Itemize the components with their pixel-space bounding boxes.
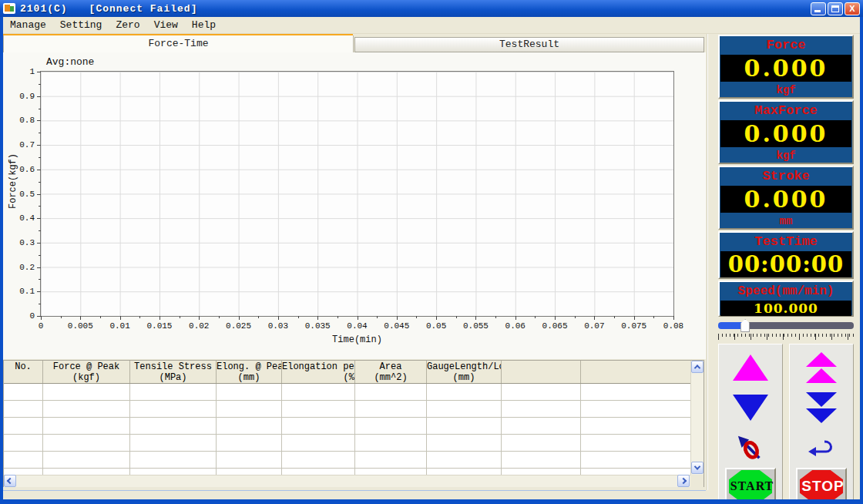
return-button[interactable] (794, 434, 849, 462)
x-minor-tick (495, 316, 496, 318)
table-row[interactable] (4, 384, 690, 401)
scrollbar-corner (690, 475, 703, 487)
results-table: No.Force @ Peak(kgf)Tensile Stress(MPa)E… (3, 360, 704, 487)
menu-manage[interactable]: Manage (3, 18, 53, 32)
menu-setting[interactable]: Setting (53, 18, 109, 32)
slider-tick-ruler (718, 334, 854, 341)
stroke-unit: mm (720, 213, 852, 230)
column-header: Elong. @ Peak(mm) (217, 361, 282, 383)
x-tick-label: 0.01 (109, 321, 129, 331)
column-header: GaugeLength/Loa(mm) (427, 361, 502, 383)
table-row[interactable] (4, 469, 690, 475)
maximize-button[interactable] (828, 2, 843, 15)
x-minor-tick (139, 316, 140, 318)
table-cell (217, 452, 282, 468)
x-tick-label: 0.03 (268, 321, 288, 331)
table-cell (4, 401, 43, 417)
scroll-right-button[interactable] (677, 475, 690, 487)
maxforce-value: 0.000 (720, 120, 851, 147)
speed-slider-track[interactable] (718, 322, 854, 329)
horizontal-scrollbar[interactable] (4, 475, 690, 487)
x-tick (515, 316, 516, 320)
speed-slider-thumb[interactable] (740, 319, 750, 332)
menu-zero[interactable]: Zero (109, 18, 146, 32)
table-cell (4, 435, 43, 451)
chevron-up-icon (694, 365, 700, 371)
x-axis-title: Time(min) (40, 334, 674, 345)
y-tick-label: 0.7 (19, 140, 35, 150)
status-strip (3, 490, 706, 499)
window-border-right (860, 17, 863, 504)
double-down-triangle-icon (806, 392, 837, 407)
y-tick (37, 291, 41, 292)
table-row[interactable] (4, 452, 690, 469)
x-tick-label: 0.07 (584, 321, 604, 331)
jog-up-button[interactable] (723, 349, 778, 386)
force-label: Force (720, 36, 852, 55)
scroll-down-button[interactable] (691, 462, 703, 474)
speed-label: Speed(mm/min) (720, 282, 852, 301)
table-cell (282, 435, 355, 451)
tab-force-time[interactable]: Force-Time (3, 35, 354, 52)
fast-down-button[interactable] (794, 389, 849, 426)
table-row[interactable] (4, 435, 690, 452)
scroll-left-button[interactable] (4, 475, 16, 487)
titlebar[interactable]: 2101(C) [Connect Failed] X (0, 0, 863, 17)
table-cell (43, 418, 130, 434)
y-tick-label: 1 (29, 67, 35, 76)
x-tick (436, 316, 437, 320)
table-cell (217, 469, 282, 475)
column-header: Tensile Stress(MPa) (130, 361, 217, 383)
stop-button-label: STOP (794, 469, 851, 499)
table-cell (282, 452, 355, 468)
minimize-button[interactable] (811, 2, 826, 15)
stop-button[interactable]: STOP (796, 468, 847, 499)
y-minor-tick (39, 84, 41, 85)
table-cell (502, 401, 581, 417)
speed-slider[interactable] (718, 319, 854, 332)
maxforce-unit: kgf (720, 147, 852, 165)
x-tick-label: 0.04 (347, 321, 367, 331)
x-minor-tick (614, 316, 615, 318)
y-tick (37, 194, 41, 195)
window-border-left (0, 17, 3, 504)
table-cell (502, 452, 581, 468)
minimize-icon (814, 10, 821, 12)
menu-view[interactable]: View (147, 18, 185, 32)
y-tick (37, 243, 41, 244)
speed-readout: Speed(mm/min) 100.000 (718, 281, 854, 317)
y-minor-tick (39, 182, 41, 183)
x-minor-tick (377, 316, 378, 318)
y-tick-label: 0.2 (19, 263, 35, 272)
close-button[interactable]: X (845, 2, 860, 15)
vertical-scrollbar[interactable] (690, 361, 703, 475)
chart-plot-area: 00.0050.010.0150.020.0250.030.0350.040.0… (40, 71, 674, 317)
zero-clear-button[interactable] (723, 434, 778, 462)
app-icon[interactable] (3, 3, 15, 14)
x-minor-tick (180, 316, 180, 318)
y-minor-tick (39, 230, 41, 231)
table-row[interactable] (4, 401, 690, 418)
table-cell (502, 384, 581, 400)
x-tick (160, 316, 160, 320)
table-cell (355, 418, 427, 434)
x-tick (239, 316, 240, 320)
x-minor-tick (337, 316, 338, 318)
window-border-bottom (0, 499, 863, 504)
table-cell (130, 435, 217, 451)
table-cell (43, 469, 130, 475)
table-row[interactable] (4, 418, 690, 435)
table-cell (282, 401, 355, 417)
tab-test-result[interactable]: TestResult (354, 37, 704, 52)
scroll-up-button[interactable] (691, 361, 703, 373)
fast-up-button[interactable] (794, 349, 849, 386)
return-arrow-icon (805, 437, 838, 459)
table-cell (581, 469, 690, 475)
y-tick-label: 0 (29, 311, 35, 321)
chevron-left-icon (7, 478, 13, 484)
stroke-label: Stroke (720, 167, 852, 186)
start-button[interactable]: START (725, 468, 776, 499)
maxforce-readout: MaxForce 0.000 kgf (718, 100, 854, 164)
menu-help[interactable]: Help (185, 18, 223, 32)
jog-down-button[interactable] (723, 389, 778, 426)
